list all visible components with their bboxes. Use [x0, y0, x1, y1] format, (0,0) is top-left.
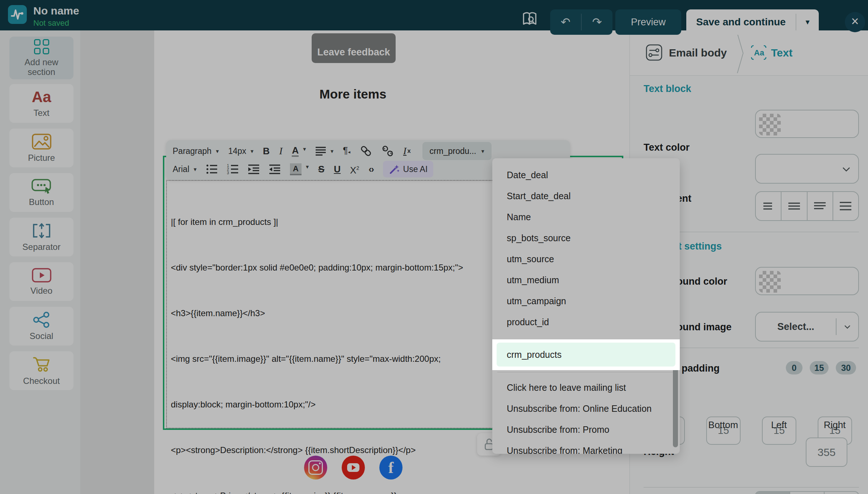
menu-item-crm-products[interactable]: crm_products	[497, 343, 675, 367]
dim-overlay	[0, 0, 868, 494]
highlighted-menu-item-wrap: crm_products	[492, 339, 680, 370]
